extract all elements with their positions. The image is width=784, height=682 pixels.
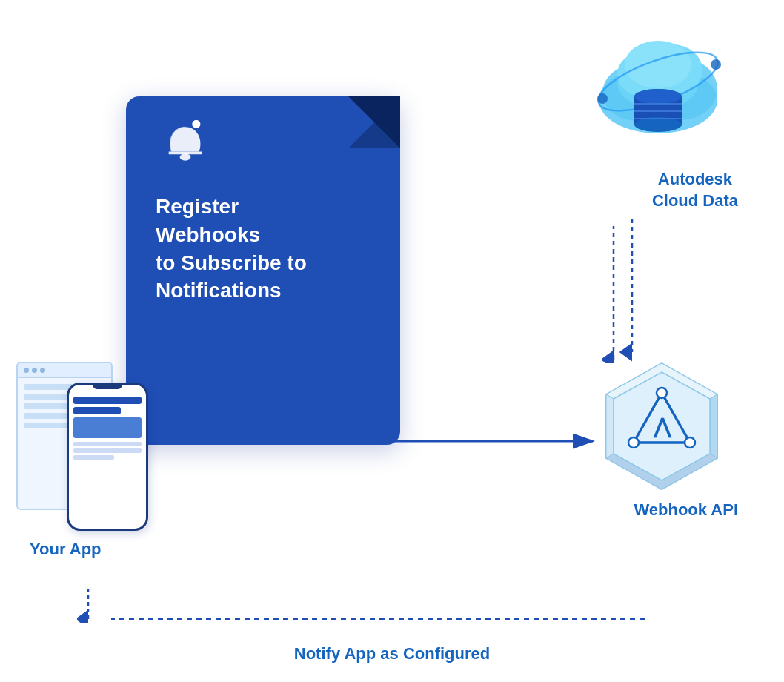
arrow-to-webhook [393,426,608,456]
your-app-label: Your App [30,540,102,559]
document-fold [348,96,400,148]
svg-point-23 [711,59,721,70]
svg-point-21 [625,41,691,88]
phone-bar [73,397,142,404]
svg-point-13 [685,437,695,448]
phone [67,383,148,531]
browser-line [24,394,73,400]
webhook-api-container: ⋀ [595,356,728,500]
svg-marker-7 [606,394,614,458]
diagram-container: Register Webhooks to Subscribe to Notifi… [0,0,784,682]
document-text: Register Webhooks to Subscribe to Notifi… [156,193,371,305]
svg-marker-6 [710,394,717,458]
browser-line [24,413,73,419]
svg-point-14 [628,437,639,448]
webhook-hexagon: ⋀ [595,356,728,497]
phone-screen [69,394,146,465]
phone-block [73,417,142,438]
svg-text:⋀: ⋀ [653,415,672,438]
notify-label: Notify App as Configured [294,644,490,663]
phone-line [73,442,142,446]
svg-point-24 [597,93,608,104]
phone-notch [93,385,122,389]
phone-bar [73,407,121,414]
vertical-arrows [602,215,647,363]
browser-dots [18,363,111,378]
svg-point-0 [191,119,201,129]
svg-point-12 [657,388,667,398]
document-card: Register Webhooks to Subscribe to Notifi… [126,96,400,445]
cloud-container [584,11,732,162]
phone-line [73,448,142,453]
browser-dot-3 [40,368,45,373]
cloud-data-label: Autodesk Cloud Data [652,169,738,211]
browser-dot-1 [24,368,29,373]
browser-dot-2 [32,368,37,373]
svg-point-1 [180,153,191,160]
webhook-api-label: Webhook API [634,500,738,520]
svg-point-27 [634,117,682,132]
phone-line [73,455,114,460]
bell-icon [163,119,207,170]
notify-arrow [96,608,660,630]
cloud-svg [584,11,732,159]
svg-point-28 [634,89,682,104]
